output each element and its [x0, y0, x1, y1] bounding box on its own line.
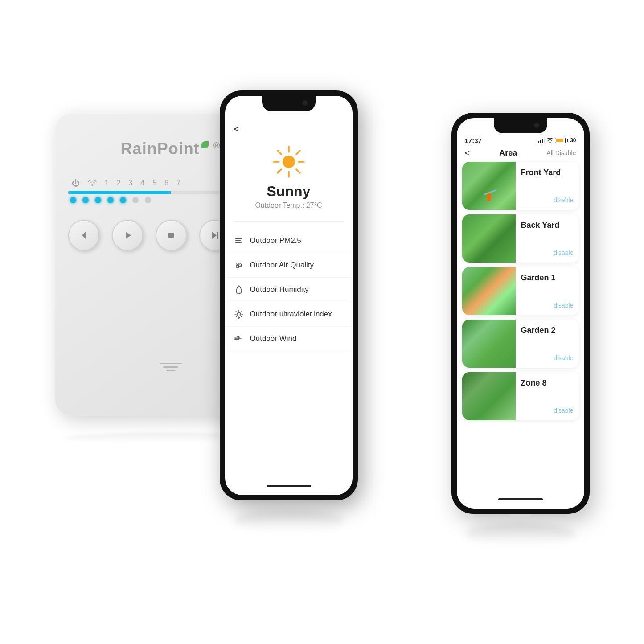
status-icons: 30 [538, 137, 576, 144]
air-quality-label: Outdoor Air Quality [250, 261, 314, 270]
phone1-divider [234, 221, 344, 222]
zone-info-garden2: Garden 2 disable [516, 320, 579, 368]
zone-name-front-yard: Front Yard [521, 168, 574, 177]
battery-icon [555, 138, 568, 143]
svg-marker-0 [82, 232, 86, 239]
phone2-screen: 17:37 [457, 118, 584, 509]
phone2-home-bar[interactable] [498, 498, 543, 500]
led-dot-4 [107, 197, 114, 203]
prev-button[interactable] [68, 220, 99, 251]
signal-icon [538, 138, 545, 143]
uv-label: Outdoor ultraviolet index [250, 310, 332, 319]
svg-marker-1 [126, 232, 131, 239]
svg-rect-31 [542, 139, 543, 143]
menu-item-pm25[interactable]: Outdoor PM2.5 [225, 229, 353, 253]
phone2-time: 17:37 [465, 137, 482, 144]
stop-button[interactable] [156, 220, 187, 251]
channel-7-label: 7 [176, 179, 180, 187]
svg-line-9 [278, 151, 281, 154]
zone-info-front-yard: Front Yard disable [516, 162, 579, 210]
channel-2-label: 2 [116, 179, 120, 187]
phone2-area-title: Area [499, 148, 517, 158]
svg-marker-3 [212, 232, 217, 239]
svg-rect-30 [540, 140, 541, 143]
phone1-content: < [225, 96, 353, 351]
weather-condition: Sunny [267, 183, 311, 200]
zone-disable-garden1[interactable]: disable [554, 302, 573, 309]
svg-line-10 [296, 169, 300, 173]
all-disable-button[interactable]: All Disable [546, 149, 576, 156]
zone-card-front-yard[interactable]: Front Yard disable [462, 162, 579, 210]
phone1-screen: < [225, 96, 353, 495]
svg-rect-15 [235, 240, 241, 241]
zone-img-front-yard [462, 162, 516, 210]
svg-line-27 [241, 311, 242, 312]
svg-line-12 [278, 169, 281, 173]
phone1-home-bar[interactable] [267, 485, 311, 487]
zone-img-back-yard [462, 214, 516, 263]
led-dot-7 [145, 197, 151, 203]
zone-card-garden1[interactable]: Garden 1 disable [462, 267, 579, 315]
phone1-camera [302, 100, 308, 106]
zone-img-zone8 [462, 372, 516, 420]
brand-name-text: RainPoint [121, 139, 200, 158]
zone-img-garden2 [462, 320, 516, 368]
svg-line-28 [236, 316, 237, 317]
phone2: 17:37 [451, 113, 590, 514]
channel-3-label: 3 [128, 179, 132, 187]
humidity-label: Outdoor Humidity [250, 285, 309, 294]
wifi-icon [88, 179, 97, 188]
front-yard-image [462, 162, 516, 210]
device-bottom-logo [160, 363, 182, 371]
brand-label: RainPoint ® [121, 139, 221, 158]
svg-point-19 [237, 263, 238, 265]
wind-icon [234, 334, 244, 344]
led-dot-3 [95, 197, 101, 203]
zone-disable-garden2[interactable]: disable [554, 354, 573, 361]
sun-icon [271, 144, 307, 180]
phone2-wifi-icon [547, 138, 553, 143]
zone-name-back-yard: Back Yard [521, 221, 574, 230]
humidity-icon [234, 285, 244, 295]
phone1-reflection [234, 509, 344, 532]
menu-item-wind[interactable]: Outdoor Wind [225, 327, 353, 351]
wind-label: Outdoor Wind [250, 334, 297, 343]
led-dot-5 [120, 197, 126, 203]
svg-rect-16 [235, 242, 242, 243]
air-quality-icon [234, 260, 244, 270]
phone2-back-button[interactable]: < [465, 148, 470, 158]
pm25-icon [234, 236, 244, 246]
svg-point-13 [283, 156, 295, 168]
outdoor-temp: Outdoor Temp.: 27°C [255, 201, 322, 209]
menu-item-humidity[interactable]: Outdoor Humidity [225, 278, 353, 302]
zone-card-garden2[interactable]: Garden 2 disable [462, 320, 579, 368]
power-icon: ⏻ [72, 179, 80, 188]
zone8-image [462, 372, 516, 420]
led-dot-6 [132, 197, 139, 203]
zone-name-garden2: Garden 2 [521, 326, 574, 335]
svg-point-20 [237, 312, 241, 316]
phone1: < [220, 90, 358, 500]
zone-info-garden1: Garden 1 disable [516, 267, 579, 315]
garden1-image [462, 267, 516, 315]
zone-list: Front Yard disable Back Yard disable [457, 162, 584, 420]
zone-info-zone8: Zone 8 disable [516, 372, 579, 420]
battery-percent: 30 [570, 137, 576, 144]
svg-rect-29 [538, 141, 539, 143]
svg-line-25 [236, 311, 237, 312]
menu-item-air-quality[interactable]: Outdoor Air Quality [225, 253, 353, 278]
back-arrow: < [234, 123, 240, 135]
play-button[interactable] [112, 220, 143, 251]
zone-disable-front-yard[interactable]: disable [554, 197, 573, 204]
zone-card-zone8[interactable]: Zone 8 disable [462, 372, 579, 420]
zone-name-zone8: Zone 8 [521, 378, 574, 388]
phone1-back-button[interactable]: < [225, 118, 353, 135]
zone-disable-back-yard[interactable]: disable [554, 249, 573, 256]
menu-item-uv[interactable]: Outdoor ultraviolet index [225, 302, 353, 327]
zone-card-back-yard[interactable]: Back Yard disable [462, 214, 579, 263]
phone1-weather: Sunny Outdoor Temp.: 27°C [225, 135, 353, 214]
channel-4-label: 4 [140, 179, 144, 187]
zone-disable-zone8[interactable]: disable [554, 407, 573, 414]
pm25-label: Outdoor PM2.5 [250, 236, 301, 245]
phone2-header: < Area All Disable [457, 144, 584, 162]
